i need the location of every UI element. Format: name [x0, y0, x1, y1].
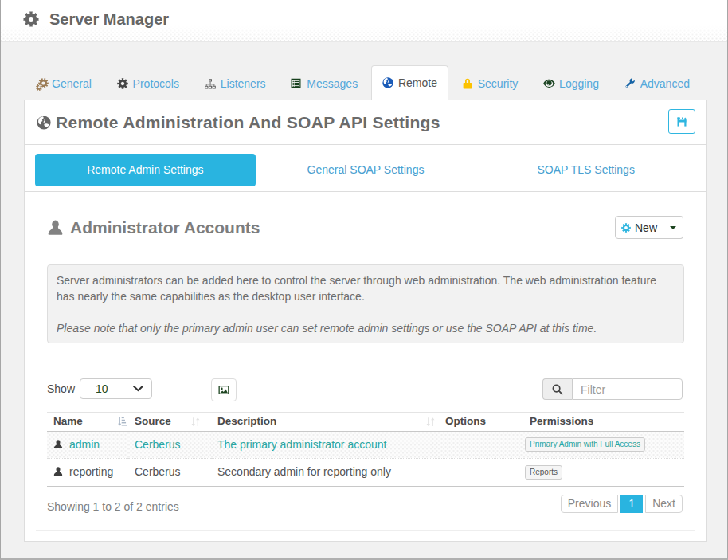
panel-bottom-padding: [25, 531, 706, 542]
current-page-button[interactable]: 1: [620, 495, 643, 513]
info-box: Server administrators can be added here …: [47, 264, 684, 343]
column-label: Description: [217, 415, 276, 428]
tab-protocols[interactable]: Protocols: [105, 66, 191, 100]
column-header-source[interactable]: Source: [128, 413, 211, 432]
tab-label: Remote: [398, 76, 437, 89]
column-header-permissions[interactable]: Permissions: [523, 413, 684, 432]
next-page-button[interactable]: Next: [645, 495, 683, 513]
previous-page-button[interactable]: Previous: [561, 495, 618, 513]
subtab-general-soap-settings[interactable]: General SOAP Settings: [256, 154, 476, 186]
account-source: Cerberus: [128, 459, 211, 486]
column-label: Source: [135, 415, 171, 428]
sort-desc-icon: [116, 416, 127, 427]
globe-icon: [382, 77, 393, 88]
sitemap-icon: [205, 78, 216, 89]
tab-label: Logging: [559, 77, 599, 90]
tab-label: Listeners: [221, 77, 266, 90]
picture-icon: [218, 385, 229, 395]
page-size-value: 10: [96, 382, 108, 395]
section-header: Administrator Accounts New: [47, 192, 684, 239]
column-header-options[interactable]: Options: [439, 413, 523, 432]
chevron-down-icon: [133, 386, 143, 392]
account-description: Secondary admin for reporting only: [211, 459, 439, 486]
column-label: Permissions: [530, 415, 593, 427]
column-label: Name: [53, 415, 83, 428]
settings-subtabs: Remote Admin Settings General SOAP Setti…: [25, 145, 706, 192]
page-size-select[interactable]: 10: [80, 378, 152, 399]
table-row[interactable]: reporting Cerberus Secondary admin for r…: [47, 459, 684, 486]
account-description: The primary administrator account: [211, 432, 439, 459]
subtab-remote-admin-settings[interactable]: Remote Admin Settings: [35, 154, 256, 186]
server-manager-gear-icon: [23, 11, 39, 27]
info-text: Server administrators can be added here …: [57, 272, 675, 304]
new-button-group: New: [615, 216, 683, 239]
account-source: Cerberus: [128, 432, 211, 459]
caret-down-icon: [670, 226, 676, 229]
tab-messages[interactable]: Messages: [279, 66, 370, 100]
tab-listeners[interactable]: Listeners: [193, 66, 278, 100]
permissions-badge: Primary Admin with Full Access: [525, 437, 645, 452]
save-icon: [677, 117, 687, 127]
sort-icon: [425, 417, 436, 427]
filter-input[interactable]: [572, 378, 683, 400]
tab-label: Advanced: [640, 77, 690, 90]
admin-accounts-table: Name Source: [47, 412, 684, 487]
column-label: Options: [445, 415, 486, 427]
account-name-link[interactable]: admin: [69, 438, 100, 452]
subtab-soap-tls-settings[interactable]: SOAP TLS Settings: [476, 154, 696, 186]
main-panel: Remote Administration And SOAP API Setti…: [24, 100, 707, 542]
new-button[interactable]: New: [615, 216, 663, 239]
tab-security[interactable]: Security: [450, 66, 530, 100]
tab-advanced[interactable]: Advanced: [613, 66, 702, 100]
tab-label: Messages: [307, 77, 358, 90]
user-icon: [53, 440, 63, 449]
info-note: Please note that only the primary admin …: [57, 320, 675, 336]
tab-label: Protocols: [133, 77, 179, 90]
new-dropdown-button[interactable]: [663, 216, 683, 239]
eye-icon: [543, 78, 554, 89]
export-image-button[interactable]: [211, 378, 237, 401]
column-header-description[interactable]: Description: [211, 413, 439, 432]
tab-general[interactable]: General: [24, 66, 104, 100]
app-header: Server Manager: [1, 0, 727, 42]
new-button-label: New: [635, 221, 657, 234]
list-alt-icon: [291, 78, 302, 89]
permissions-badge: Reports: [525, 465, 562, 480]
column-header-name[interactable]: Name: [47, 413, 128, 432]
tab-logging[interactable]: Logging: [531, 66, 611, 100]
tab-remote[interactable]: Remote: [371, 65, 448, 100]
cog-icon: [117, 78, 128, 89]
save-button[interactable]: [668, 109, 695, 134]
user-icon: [53, 467, 63, 476]
globe-heading-icon: [37, 116, 51, 130]
user-icon: [47, 220, 64, 236]
table-controls: Show 10: [47, 378, 684, 401]
show-label: Show: [47, 382, 75, 395]
content-area: General Protocols Listeners Messages Rem…: [1, 42, 727, 558]
sort-icon: [190, 417, 201, 427]
table-footer: Showing 1 to 2 of 2 entries Previous 1 N…: [47, 495, 684, 530]
account-options: [439, 432, 523, 459]
app-title: Server Manager: [49, 10, 169, 29]
account-options: [439, 459, 523, 486]
pagination: Previous 1 Next: [561, 495, 683, 513]
panel-heading: Remote Administration And SOAP API Setti…: [25, 100, 706, 145]
tab-label: Security: [478, 77, 519, 90]
search-icon: [542, 378, 572, 400]
admin-accounts-section: Administrator Accounts New Server admini…: [36, 192, 695, 531]
account-name-link[interactable]: reporting: [69, 465, 113, 479]
showing-entries-label: Showing 1 to 2 of 2 entries: [47, 500, 179, 513]
gear-icon: [621, 223, 631, 233]
tab-label: General: [52, 77, 92, 90]
cogs-icon: [36, 78, 47, 89]
section-title: Administrator Accounts: [70, 218, 260, 237]
wrench-icon: [624, 78, 636, 89]
page-title: Remote Administration And SOAP API Setti…: [56, 113, 440, 132]
table-row[interactable]: admin Cerberus The primary administrator…: [47, 432, 684, 459]
main-tab-bar: General Protocols Listeners Messages Rem…: [24, 42, 702, 100]
lock-icon: [462, 78, 473, 89]
filter-group: [542, 378, 683, 400]
